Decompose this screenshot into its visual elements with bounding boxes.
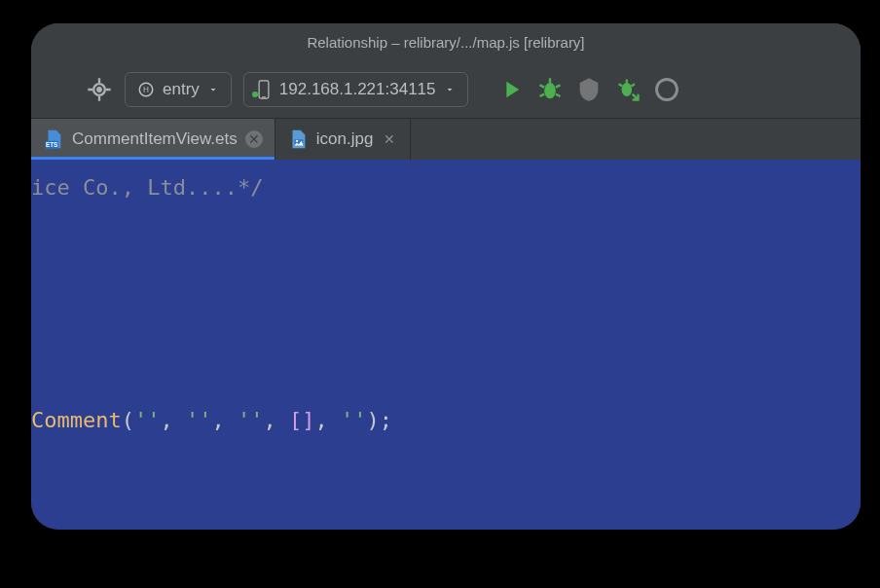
code-editor[interactable]: ice Co., Ltd....*/ Comment('', '', '', [… — [31, 160, 861, 530]
code-line — [31, 271, 861, 304]
image-file-icon — [287, 129, 309, 150]
device-status-dot — [252, 92, 258, 97]
code-line — [31, 337, 861, 370]
harmony-icon: H — [137, 81, 155, 98]
svg-line-13 — [555, 85, 560, 87]
close-tab-icon[interactable]: ✕ — [381, 130, 398, 148]
window-title: Relationship – relibrary/.../map.js [rel… — [307, 34, 584, 51]
attach-debugger-button[interactable] — [614, 76, 642, 103]
locate-icon[interactable] — [86, 76, 113, 103]
svg-point-16 — [621, 83, 632, 96]
code-line — [31, 204, 861, 238]
toolbar: H entry 192.168.1.221:34115 — [31, 60, 861, 119]
svg-text:ETS: ETS — [46, 141, 58, 148]
svg-line-15 — [555, 93, 560, 95]
profiler-button[interactable] — [575, 76, 603, 103]
device-label: 192.168.1.221:34115 — [279, 80, 436, 99]
chevron-down-icon — [207, 84, 219, 95]
svg-line-18 — [618, 84, 622, 86]
titlebar: Relationship – relibrary/.../map.js [rel… — [31, 23, 861, 60]
chevron-down-icon — [444, 84, 456, 95]
stop-button[interactable] — [653, 76, 680, 103]
tab-commentitemview[interactable]: ETS CommentItemView.ets ✕ — [31, 119, 275, 160]
tab-icon-jpg[interactable]: icon.jpg ✕ — [275, 119, 412, 160]
device-selector[interactable]: 192.168.1.221:34115 — [243, 72, 468, 107]
ets-file-icon: ETS — [43, 129, 64, 150]
svg-point-10 — [544, 83, 556, 98]
svg-line-12 — [539, 85, 544, 87]
svg-text:H: H — [143, 86, 149, 94]
editor-tabbar: ETS CommentItemView.ets ✕ icon.jpg ✕ — [31, 119, 861, 160]
phone-icon — [256, 79, 272, 100]
svg-point-24 — [296, 140, 298, 142]
close-tab-icon[interactable]: ✕ — [245, 130, 263, 148]
code-line: Comment('', '', '', [], ''); — [31, 404, 861, 437]
tab-label: icon.jpg — [316, 129, 374, 149]
debug-button[interactable] — [536, 76, 564, 103]
run-button[interactable] — [497, 76, 525, 103]
svg-point-20 — [656, 79, 677, 99]
code-line — [31, 304, 861, 337]
run-config-selector[interactable]: H entry — [125, 72, 232, 107]
code-line: ice Co., Ltd....*/ — [31, 171, 861, 204]
svg-line-14 — [539, 93, 544, 95]
code-line — [31, 371, 861, 404]
ide-window: Relationship – relibrary/.../map.js [rel… — [31, 23, 861, 530]
svg-rect-8 — [259, 80, 269, 97]
svg-point-1 — [97, 88, 101, 92]
code-line — [31, 238, 861, 271]
run-config-label: entry — [163, 80, 200, 99]
svg-line-19 — [631, 84, 635, 86]
tab-label: CommentItemView.ets — [72, 129, 238, 149]
